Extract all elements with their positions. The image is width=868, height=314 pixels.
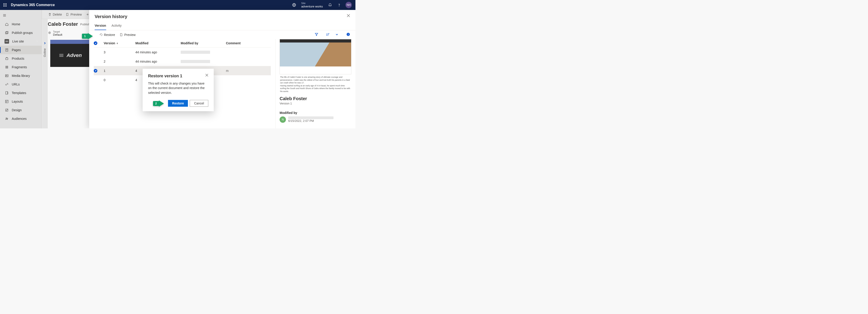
dialog-title: Restore version 1 [148,74,182,78]
tab-activity[interactable]: Activity [112,22,122,30]
table-row[interactable]: 2 44 minutes ago [94,57,271,66]
expand-icon [35,39,39,44]
nav-label: Live site [12,40,24,43]
svg-point-51 [348,33,348,34]
detail-subtitle: Version 1 [280,102,351,105]
nav-home[interactable]: Home [0,20,42,29]
svg-rect-22 [6,58,8,60]
site-picker-label: Site [301,2,323,5]
sort-icon[interactable] [326,33,330,37]
nav-live-site[interactable]: Live site [0,37,42,46]
nav-label: URLs [12,82,20,86]
col-comment[interactable]: Comment [226,41,271,45]
redacted-author-name [288,116,334,119]
callout-1: 1 [82,33,93,39]
nav-label: Templates [12,91,26,95]
nav-design[interactable]: Design [0,106,42,114]
svg-rect-4 [5,5,5,5]
restore-button[interactable]: Restore [168,100,188,107]
svg-rect-29 [6,92,7,94]
user-avatar[interactable]: NH [345,2,352,8]
nav-layouts[interactable]: Layouts [0,97,42,106]
col-version[interactable]: Version [104,41,135,45]
svg-line-34 [6,109,8,111]
dialog-close-button[interactable] [205,74,208,77]
version-thumbnail [280,39,351,74]
target-label: Target [53,30,62,33]
globe-icon[interactable] [289,0,299,10]
tab-version[interactable]: Version [95,22,106,30]
info-icon[interactable] [346,33,350,37]
top-navbar: Dynamics 365 Commerce Site adventure wor… [0,0,355,10]
version-history-panel: Version history Version Activity Restore… [89,10,355,129]
svg-rect-0 [3,3,4,4]
select-all-checkbox[interactable] [94,41,97,45]
outline-rail[interactable]: Outline [42,19,48,129]
app-launcher-icon[interactable] [0,0,10,10]
page-icon [120,33,123,36]
nav-fragments[interactable]: Fragments [0,63,42,71]
nav-audiences[interactable]: Audiences [0,114,42,123]
cancel-button[interactable]: Cancel [190,100,208,107]
col-modified-by[interactable]: Modified by [181,41,226,45]
nav-label: Audiences [12,117,27,120]
row-checkbox[interactable] [94,69,97,73]
svg-rect-7 [5,6,5,6]
nav-pages[interactable]: Pages [0,46,42,54]
svg-rect-1 [5,3,5,4]
svg-rect-30 [5,100,8,103]
filter-icon[interactable] [315,33,318,37]
nav-templates[interactable]: Templates [0,89,42,97]
col-modified[interactable]: Modified [135,41,181,45]
target-selector[interactable]: Target Default [48,30,62,36]
svg-rect-2 [6,3,6,4]
svg-point-23 [6,66,6,67]
panel-tabs: Version Activity [89,20,355,30]
svg-point-24 [7,66,8,67]
menu-icon [59,54,63,57]
app-title: Dynamics 365 Commerce [11,3,55,7]
page-canvas-preview: Adven [50,40,91,67]
svg-rect-3 [3,5,4,5]
panel-close-button[interactable] [347,14,350,18]
version-detail-pane: The life of Caleb Foster is one amazing … [275,39,355,129]
preview-button[interactable]: Preview [66,13,82,16]
site-picker-value: adventure works [301,5,323,8]
panel-title: Version history [95,14,127,19]
nav-urls[interactable]: URLs [0,80,42,89]
bell-icon[interactable] [326,0,335,10]
nav-publish-groups[interactable]: Publish groups [0,29,42,37]
nav-label: Layouts [12,100,23,103]
preview-command[interactable]: Preview [120,33,135,37]
modified-timestamp: 6/15/2022, 2:07 PM [288,119,334,123]
detail-title: Caleb Foster [280,96,351,101]
callout-2: 2 [153,100,164,107]
chevron-right-icon [43,42,46,45]
left-navigation: Home Publish groups Live site Pages Prod… [0,10,42,129]
svg-rect-5 [6,5,6,5]
modified-by-label: Modified by [280,111,351,115]
author-row: N 6/15/2022, 2:07 PM [280,116,351,123]
svg-point-18 [6,41,7,42]
nav-label: Media library [12,74,30,77]
outline-label: Outline [43,48,46,57]
svg-point-38 [49,32,51,34]
site-picker[interactable]: Site adventure works [299,2,326,8]
svg-rect-50 [348,34,348,35]
delete-button[interactable]: Delete [48,13,62,16]
help-icon[interactable] [335,0,344,10]
chevron-down-icon[interactable] [335,33,339,37]
svg-point-26 [7,67,8,68]
broadcast-icon [4,39,9,44]
nav-label: Fragments [12,65,27,69]
nav-label: Pages [12,48,21,52]
nav-products[interactable]: Products [0,54,42,63]
nav-media-library[interactable]: Media library [0,71,42,80]
svg-point-35 [6,118,7,119]
nav-label: Products [12,57,24,60]
svg-rect-8 [6,6,6,6]
svg-point-36 [7,118,8,119]
table-row[interactable]: 3 44 minutes ago [94,47,271,57]
nav-collapse-button[interactable] [0,11,42,20]
restore-command[interactable]: Restore [99,33,115,37]
